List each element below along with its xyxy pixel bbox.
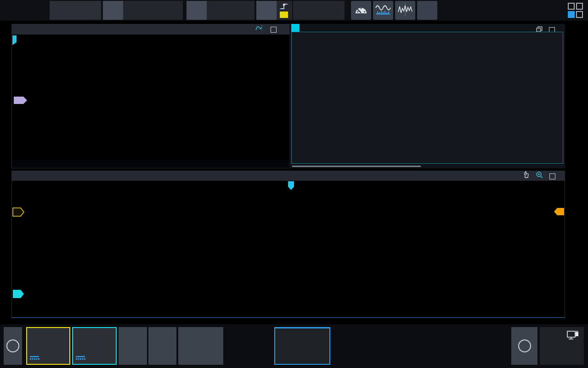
anomaly-wave-icon: [398, 3, 413, 18]
math-button[interactable]: [417, 1, 437, 20]
layout-cell: [568, 3, 575, 10]
m14-left-position-flag[interactable]: [12, 35, 17, 47]
layout-cell: [576, 11, 583, 18]
probe-icon: [30, 354, 40, 362]
run-mode-button[interactable]: [50, 1, 101, 20]
tab-power2[interactable]: [291, 24, 300, 32]
zoom-in-icon[interactable]: [536, 171, 543, 182]
power-measurement-table: [291, 32, 563, 164]
math-m14-box[interactable]: [274, 327, 330, 365]
horizontal-settings-button[interactable]: [103, 1, 183, 20]
usb-device-icon: [566, 330, 579, 344]
fft-icon: [375, 3, 391, 18]
bottom-bar: [0, 324, 588, 368]
power-quality-window: [289, 24, 565, 168]
m14-window-header[interactable]: [12, 24, 292, 34]
channel-c2-box[interactable]: [72, 327, 117, 365]
system-clock-box[interactable]: [540, 327, 584, 365]
acquire-settings-button[interactable]: [187, 1, 254, 20]
trigger-settings-button[interactable]: [256, 1, 292, 20]
probe-icon: [76, 354, 86, 362]
maximize-icon[interactable]: [271, 27, 277, 33]
trigger-key: [256, 1, 277, 20]
layout-cell: [576, 3, 583, 10]
c1-channel-marker[interactable]: [12, 207, 25, 218]
m14-window: [11, 24, 293, 168]
top-bar: [0, 0, 588, 21]
maximize-icon[interactable]: [549, 173, 555, 179]
window-layout-button[interactable]: [568, 3, 583, 18]
m14-channel-marker[interactable]: [13, 96, 28, 106]
main-plot-area[interactable]: [12, 181, 565, 317]
dvm-button[interactable]: [351, 1, 371, 20]
c2-channel-marker[interactable]: [12, 289, 25, 300]
gauge-icon: [354, 5, 368, 16]
table-horizontal-scrollbar[interactable]: [292, 166, 421, 167]
la-channel-grid-icon: [192, 338, 211, 357]
trigger-status-button[interactable]: [293, 1, 345, 20]
channel-c4-box[interactable]: [148, 327, 176, 365]
channel-c1-box[interactable]: [26, 327, 70, 365]
panel-scroll-left-button[interactable]: [4, 327, 22, 365]
trigger-level-arrow[interactable]: [554, 207, 565, 218]
horizontal-key: [103, 1, 123, 20]
touch-icon[interactable]: [523, 171, 529, 182]
m14-plot-area[interactable]: [12, 34, 292, 160]
waveform-analysis-button[interactable]: [395, 1, 415, 20]
m14-time-axis: [12, 160, 292, 168]
channel-c3-box[interactable]: [119, 327, 147, 365]
oscilloscope-screen: [0, 0, 588, 368]
fft-button[interactable]: [373, 1, 393, 20]
main-window-header[interactable]: [12, 171, 565, 181]
main-window: [11, 171, 565, 318]
trigger-position-flag[interactable]: [288, 181, 294, 192]
wave-settings-icon[interactable]: [255, 24, 264, 35]
logic-analyzer-box[interactable]: [178, 327, 223, 365]
trigger-source-badge: [280, 12, 288, 18]
acquire-key: [187, 1, 207, 20]
panel-scroll-right-button[interactable]: [511, 327, 537, 365]
layout-cell-active: [568, 11, 575, 18]
